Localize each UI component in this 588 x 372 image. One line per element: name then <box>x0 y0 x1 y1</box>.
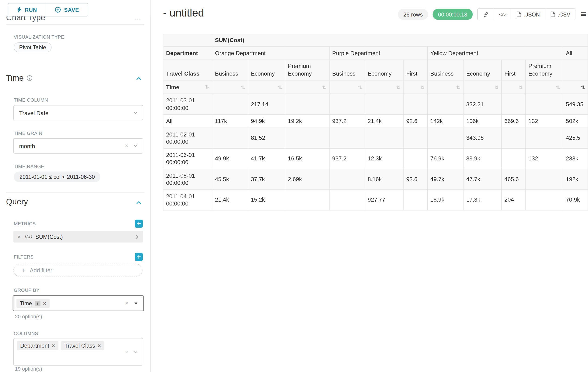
lightning-icon <box>17 7 21 13</box>
time-range-value[interactable]: 2011-01-01 ≤ col < 2011-06-30 <box>14 171 100 182</box>
pivot-header-cell: Purple Department <box>329 46 427 60</box>
pivot-cell <box>365 128 403 148</box>
time-grain-select[interactable]: month × <box>13 138 143 154</box>
add-filter-button[interactable]: + Add filter <box>13 264 142 276</box>
explore-page: Chart Type ⋯ RUN SAVE VISUALIZATIO <box>0 0 588 372</box>
pivot-cell <box>212 94 248 114</box>
clear-icon[interactable]: × <box>125 300 128 306</box>
pivot-cell <box>525 94 563 114</box>
sort-icon[interactable]: ⇅ <box>358 85 362 90</box>
query-heading-label: Query <box>6 197 28 206</box>
clear-icon[interactable]: × <box>125 349 128 355</box>
pivot-cell <box>285 128 329 148</box>
pivot-cell: 15.2k <box>248 190 285 210</box>
sort-icon[interactable]: ⇅ <box>518 85 523 90</box>
export-json-button[interactable]: .JSON <box>511 8 545 20</box>
columns-select[interactable]: Department×Travel Class× × <box>13 338 143 365</box>
pivot-header-cell: First <box>403 60 428 81</box>
sort-icon[interactable]: ⇅ <box>278 85 282 90</box>
sort-icon[interactable]: ⇅ <box>205 84 210 90</box>
filters-label: FILTERS <box>14 254 33 260</box>
remove-tag-icon[interactable]: × <box>52 343 55 348</box>
visualization-type-value: Pivot Table <box>14 42 51 52</box>
remove-metric-icon[interactable]: × <box>18 234 21 240</box>
time-column-value: Travel Date <box>19 109 48 116</box>
pivot-cell: 927.77 <box>365 190 403 210</box>
pivot-cell: 49.9k <box>212 148 248 169</box>
pivot-cell: 94.9k <box>248 114 285 128</box>
pivot-row: 2011-02-01 00:00:0081.52343.98425.5 <box>163 128 588 148</box>
sort-icon[interactable]: ⇅ <box>494 85 499 90</box>
chevron-right-icon[interactable] <box>134 234 139 239</box>
pivot-row: 2011-06-01 00:00:0049.9k41.7k16.5k937.21… <box>163 148 588 169</box>
select-tag[interactable]: Timei× <box>17 299 50 308</box>
select-tag[interactable]: Travel Class× <box>61 341 104 350</box>
sort-icon[interactable]: ⇅ <box>556 85 560 90</box>
pivot-header-cell: All <box>563 46 588 60</box>
metric-option[interactable]: × ƒ(x) SUM(Cost) <box>13 231 143 243</box>
pivot-cell: 332.21 <box>463 94 502 114</box>
sort-icon[interactable]: ⇅ <box>241 85 245 90</box>
pivot-cell: 117k <box>212 114 248 128</box>
export-csv-label: .CSV <box>558 11 570 17</box>
pivot-header-cell: Business <box>427 60 463 81</box>
sort-icon[interactable]: ⇅ <box>581 85 585 90</box>
pivot-cell: 549.35 <box>563 94 588 114</box>
pivot-cell: 217.14 <box>248 94 285 114</box>
pivot-cell: 12.3k <box>365 148 403 169</box>
sort-icon[interactable]: ⇅ <box>456 85 461 90</box>
view-query-button[interactable]: </> <box>494 8 512 20</box>
pivot-header-cell: Business <box>212 60 248 81</box>
pivot-header-cell: Orange Department <box>212 46 329 60</box>
pivot-cell: 937.2 <box>329 114 365 128</box>
pivot-header-cell: Travel Class <box>163 60 212 81</box>
pivot-header-cell: ⇅ <box>525 81 563 94</box>
export-csv-button[interactable]: .CSV <box>545 8 576 20</box>
collapse-time-chevron-icon[interactable] <box>136 75 142 81</box>
time-heading-label: Time <box>6 73 23 82</box>
pivot-cell <box>365 94 403 114</box>
remove-tag-icon[interactable]: × <box>98 343 101 348</box>
time-column-label: TIME COLUMN <box>14 97 48 103</box>
pivot-header-cell: ⇅ <box>563 81 588 94</box>
file-icon <box>516 11 521 17</box>
remove-tag-icon[interactable]: × <box>43 301 46 306</box>
copy-link-button[interactable] <box>477 8 494 20</box>
pivot-header-cell: Department <box>163 46 212 60</box>
sort-icon[interactable]: ⇅ <box>322 85 326 90</box>
add-filter-plus-button[interactable]: + <box>135 253 143 261</box>
select-tag[interactable]: Department× <box>17 341 58 350</box>
columns-label: COLUMNS <box>14 331 38 336</box>
pivot-cell: 15.9k <box>427 190 463 210</box>
menu-button[interactable]: ≡ <box>580 10 587 18</box>
chevron-down-icon[interactable] <box>133 110 138 115</box>
pivot-row: 2011-03-01 00:00:00217.14332.21549.35 <box>163 94 588 114</box>
pivot-header-cell: ⇅ <box>403 81 428 94</box>
run-button[interactable]: RUN <box>8 3 46 17</box>
pivot-cell: 502k <box>563 114 588 128</box>
pivot-cell: 37.7k <box>248 169 285 190</box>
chart-title: - untitled <box>163 7 204 19</box>
collapse-query-chevron-icon[interactable] <box>136 200 142 205</box>
file-icon <box>550 11 555 17</box>
clear-icon[interactable]: × <box>125 143 128 149</box>
pivot-cell: 192k <box>563 169 588 190</box>
pivot-cell: 47.7k <box>463 169 502 190</box>
sort-icon[interactable]: ⇅ <box>420 85 425 90</box>
save-button-label: SAVE <box>64 7 79 13</box>
pivot-row: 2011-05-01 00:00:0045.5k37.7k2.69k8.16k9… <box>163 169 588 190</box>
pivot-cell <box>427 94 463 114</box>
sort-icon[interactable]: ⇅ <box>396 85 401 90</box>
add-metric-button[interactable]: + <box>135 220 143 228</box>
save-button[interactable]: SAVE <box>46 3 88 17</box>
groupby-options-hint: 20 option(s) <box>15 314 42 319</box>
chevron-down-icon[interactable] <box>133 144 138 148</box>
caret-down-icon[interactable] <box>134 301 138 306</box>
caret-down-icon[interactable] <box>133 350 138 355</box>
time-column-select[interactable]: Travel Date <box>13 105 143 120</box>
groupby-select[interactable]: Timei× × <box>12 295 144 311</box>
pivot-cell: 425.5 <box>563 128 588 148</box>
add-filter-label: Add filter <box>30 267 52 273</box>
pivot-cell: 41.7k <box>248 148 285 169</box>
pivot-header-cell: ⇅ <box>502 81 526 94</box>
